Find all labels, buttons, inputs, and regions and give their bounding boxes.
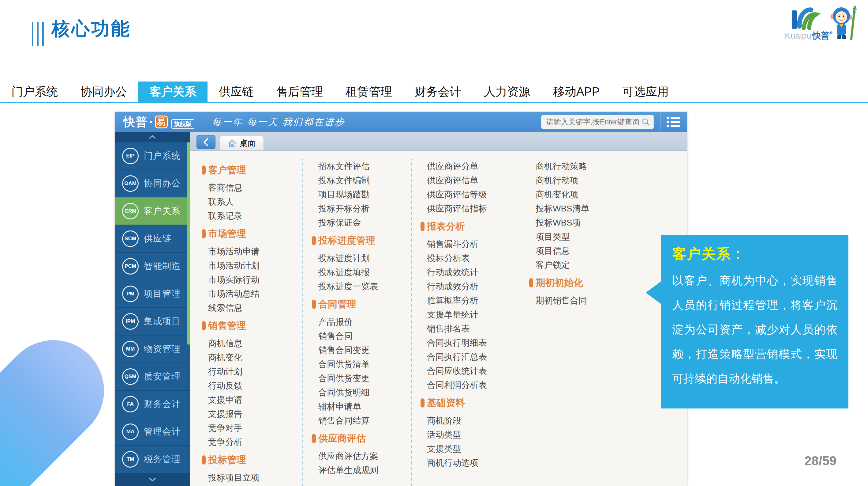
sidebar-scroll-down[interactable]	[115, 473, 190, 486]
menu-item[interactable]: 销售合同	[318, 329, 411, 343]
menu-item[interactable]: 商机信息	[208, 337, 302, 350]
menu-item[interactable]: 供应商评估方案	[318, 449, 411, 463]
menu-item[interactable]: 供应商评分单	[427, 159, 520, 173]
menu-item[interactable]: 项目信息	[536, 244, 628, 258]
menu-item[interactable]: 支援单量统计	[427, 308, 520, 322]
menu-item[interactable]: 供应商评估单	[427, 173, 520, 188]
search-box[interactable]	[541, 115, 654, 129]
menu-item[interactable]: 合同执行明细表	[427, 336, 520, 350]
menu-item[interactable]: 投标进度填报	[318, 265, 411, 280]
menu-item[interactable]: 投标项目立项	[208, 471, 302, 485]
menu-item[interactable]: 支援类型	[427, 442, 520, 456]
main-tab-8[interactable]: 人力资源	[472, 82, 542, 102]
tab-desktop[interactable]: 桌面	[220, 136, 264, 150]
menu-item[interactable]: 销售合同结算	[318, 414, 411, 428]
menu-item[interactable]: 活动类型	[427, 428, 520, 442]
sidebar-scroll-up[interactable]	[115, 132, 190, 142]
menu-item[interactable]: 竞争分析	[208, 435, 302, 449]
back-button[interactable]	[196, 135, 215, 149]
menu-item[interactable]: 评估单生成规则	[318, 463, 411, 478]
menu-item[interactable]: 辅材申请单	[318, 400, 411, 414]
menu-item[interactable]: 投标进度一览表	[318, 280, 411, 293]
menu-item[interactable]: 支援申请	[208, 393, 302, 407]
sidebar-item-oam[interactable]: OAM协同办公	[115, 169, 190, 197]
menu-item[interactable]: 合同供货变更	[318, 371, 411, 385]
sidebar-item-pm[interactable]: PM项目管理	[115, 280, 190, 307]
search-icon[interactable]	[641, 117, 650, 126]
menu-item[interactable]: 支援报告	[208, 407, 302, 421]
sidebar-item-tm[interactable]: TM税务管理	[115, 445, 190, 473]
module-acronym-badge: FA	[122, 396, 138, 412]
menu-item[interactable]: 供应商评估指标	[427, 202, 520, 216]
menu-item[interactable]: 商机行动策略	[536, 159, 628, 173]
sidebar-item-mm[interactable]: MM物资管理	[115, 335, 190, 363]
menu-item[interactable]: 市场活动计划	[208, 259, 302, 273]
sidebar-item-scm[interactable]: SCM供应链	[115, 225, 190, 252]
menu-item[interactable]: 投标进度计划	[318, 251, 411, 265]
main-tab-1[interactable]: 门户系统	[0, 82, 69, 102]
menu-item[interactable]: 商机行动项	[536, 173, 628, 188]
menu-item[interactable]: 销售漏斗分析	[427, 237, 520, 251]
menu-item[interactable]: 投标保证金	[318, 216, 411, 230]
menu-item[interactable]: 期初销售合同	[536, 293, 628, 308]
menu-item[interactable]: 行动计划	[208, 365, 302, 379]
menu-item[interactable]: 商机变化项	[536, 188, 628, 202]
main-tab-7[interactable]: 财务会计	[403, 82, 472, 102]
sidebar-item-pcm[interactable]: PCM智能制造	[115, 252, 190, 280]
menu-item[interactable]: 市场活动申请	[208, 245, 302, 259]
sidebar-item-ipm[interactable]: IPM集成项目	[115, 307, 190, 335]
sidebar-item-eip[interactable]: EIP门户系统	[115, 142, 190, 169]
menu-item[interactable]: 线索信息	[208, 301, 302, 315]
menu-item[interactable]: 市场实际行动	[208, 273, 302, 287]
menu-item[interactable]: 合同供货清单	[318, 357, 411, 371]
menu-item[interactable]: 行动成效分析	[427, 280, 520, 293]
menu-item[interactable]: 投标文件编制	[318, 173, 411, 188]
main-tab-5[interactable]: 售后管理	[265, 82, 334, 102]
menu-item[interactable]: 联系记录	[208, 209, 302, 223]
menu-item[interactable]: 投标WBS项	[536, 216, 628, 230]
menu-item[interactable]: 销售排名表	[427, 322, 520, 336]
menu-item[interactable]: 项目类型	[536, 230, 628, 244]
main-tab-10[interactable]: 可选应用	[611, 82, 680, 102]
menu-item[interactable]: 销售合同变更	[318, 343, 411, 357]
menu-item[interactable]: 商机变化	[208, 350, 302, 365]
menu-item[interactable]: 行动成效统计	[427, 265, 520, 280]
main-tab-2[interactable]: 协同办公	[69, 82, 138, 102]
main-tab-9[interactable]: 移动APP	[542, 82, 611, 102]
chevron-left-icon	[202, 138, 210, 147]
menu-list-icon[interactable]	[666, 117, 680, 127]
section-marker-icon	[312, 300, 316, 309]
sidebar-item-fa[interactable]: FA财务会计	[115, 390, 190, 418]
menu-item[interactable]: 合同利润分析表	[427, 378, 520, 392]
menu-item[interactable]: 市场活动总结	[208, 287, 302, 301]
sidebar-item-crm[interactable]: CRM客户关系	[115, 197, 190, 225]
menu-item[interactable]: 客户锁定	[536, 258, 628, 272]
menu-item[interactable]: 竞争对手	[208, 421, 302, 435]
menu-item[interactable]: 投标开标分析	[318, 202, 411, 216]
main-tab-6[interactable]: 租赁管理	[334, 82, 403, 102]
menu-item[interactable]: 招标文件评估	[318, 159, 411, 173]
menu-item[interactable]: 商机阶段	[427, 414, 520, 428]
menu-item[interactable]: 联系人	[208, 195, 302, 209]
section-header-label: 合同管理	[318, 298, 356, 311]
menu-item[interactable]: 合同供货明细	[318, 385, 411, 400]
menu-item[interactable]: 合同应收统计表	[427, 364, 520, 378]
menu-item[interactable]: 客商信息	[208, 181, 302, 195]
menu-item[interactable]: 项目现场踏勘	[318, 188, 411, 202]
sidebar-item-ma[interactable]: MA管理会计	[115, 418, 190, 445]
search-input[interactable]	[546, 117, 641, 126]
menu-item[interactable]: 行动反馈	[208, 379, 302, 393]
header-divider	[660, 112, 660, 132]
page-title: 核心功能	[52, 17, 131, 41]
menu-item[interactable]: 商机行动选项	[427, 456, 520, 470]
menu-item[interactable]: 供应商评估等级	[427, 188, 520, 202]
main-tab-3[interactable]: 客户关系	[138, 82, 208, 102]
menu-item[interactable]: 投标WBS清单	[536, 202, 628, 216]
menu-item[interactable]: 胜算概率分析	[427, 293, 520, 308]
sidebar-item-qsm[interactable]: QSM质安管理	[115, 363, 190, 390]
main-tab-4[interactable]: 供应链	[208, 82, 265, 102]
sidebar-scrollbar[interactable]	[187, 142, 190, 345]
menu-item[interactable]: 产品报价	[318, 315, 411, 329]
menu-item[interactable]: 合同执行汇总表	[427, 350, 520, 364]
menu-item[interactable]: 投标分析表	[427, 251, 520, 265]
